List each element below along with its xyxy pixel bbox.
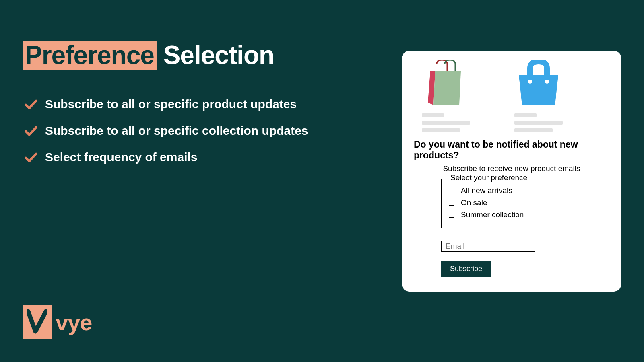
checkbox-icon[interactable] <box>449 188 454 193</box>
checkbox-label: Summer collection <box>461 210 524 219</box>
product-preview <box>506 58 563 132</box>
preference-fieldset: Select your preference All new arrivals … <box>441 179 582 228</box>
page-title: Preference Selection <box>23 40 274 70</box>
card-title: Do you want to be notified about new pro… <box>414 139 609 161</box>
skeleton-line <box>514 113 537 117</box>
checkbox-label: On sale <box>461 198 487 207</box>
checkbox-icon[interactable] <box>449 200 454 206</box>
card-subtitle: Subscribe to receive new product emails <box>414 164 609 173</box>
list-item: Subscribe to all or specific product upd… <box>24 97 308 111</box>
title-rest: Selection <box>157 41 274 70</box>
brand-logo: vye <box>23 305 92 339</box>
svg-point-3 <box>545 80 549 84</box>
skeleton-line <box>514 121 563 125</box>
list-item: Select frequency of emails <box>24 150 308 164</box>
checkbox-row[interactable]: Summer collection <box>449 210 574 219</box>
list-item: Subscribe to all or specific collection … <box>24 124 308 138</box>
checkbox-row[interactable]: On sale <box>449 198 574 207</box>
product-preview <box>414 58 470 132</box>
svg-point-2 <box>528 80 532 84</box>
shopping-bag-icon <box>516 60 561 106</box>
product-previews <box>414 58 609 132</box>
checkbox-label: All new arrivals <box>461 186 512 195</box>
svg-marker-1 <box>433 71 461 105</box>
skeleton-line <box>422 121 470 125</box>
subscribe-button[interactable]: Subscribe <box>441 261 491 277</box>
check-icon <box>24 97 38 111</box>
logo-mark <box>23 305 52 339</box>
check-icon <box>24 124 38 138</box>
preference-card: Do you want to be notified about new pro… <box>402 51 621 292</box>
email-field[interactable] <box>441 241 535 252</box>
fieldset-legend: Select your preference <box>448 173 530 182</box>
shopping-bag-icon <box>428 60 464 106</box>
logo-text: vye <box>56 309 92 335</box>
checkbox-icon[interactable] <box>449 212 454 218</box>
feature-list: Subscribe to all or specific product upd… <box>24 97 308 164</box>
logo-v-check-icon <box>27 309 47 335</box>
skeleton-line <box>422 113 444 117</box>
list-item-label: Subscribe to all or specific collection … <box>45 124 308 138</box>
skeleton-line <box>422 128 460 132</box>
list-item-label: Select frequency of emails <box>45 150 198 164</box>
check-icon <box>24 150 38 164</box>
title-highlight: Preference <box>23 41 157 70</box>
skeleton-line <box>514 128 553 132</box>
checkbox-row[interactable]: All new arrivals <box>449 186 574 195</box>
list-item-label: Subscribe to all or specific product upd… <box>45 97 297 111</box>
